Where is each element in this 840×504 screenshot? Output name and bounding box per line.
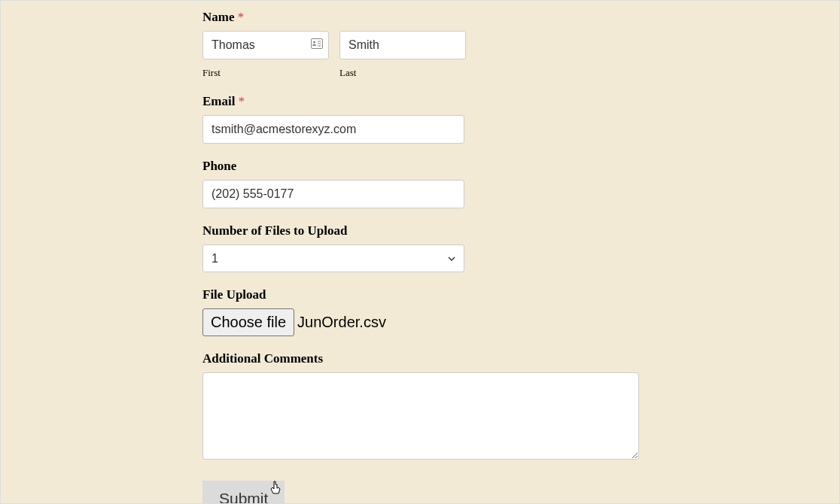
first-name-col: First bbox=[202, 31, 329, 79]
comments-field-group: Additional Comments bbox=[202, 351, 839, 463]
file-name-text: JunOrder.csv bbox=[297, 314, 386, 331]
name-label-text: Name bbox=[202, 10, 234, 24]
last-name-input[interactable] bbox=[339, 31, 466, 59]
name-row: First Last bbox=[202, 31, 839, 79]
comments-label: Additional Comments bbox=[202, 351, 839, 366]
last-name-sublabel: Last bbox=[339, 67, 466, 79]
name-label: Name * bbox=[202, 10, 839, 25]
email-input[interactable] bbox=[202, 115, 464, 144]
email-label: Email * bbox=[202, 94, 839, 109]
phone-label: Phone bbox=[202, 159, 839, 174]
num-files-field-group: Number of Files to Upload 1 bbox=[202, 223, 839, 272]
phone-input[interactable] bbox=[202, 180, 464, 208]
file-upload-label: File Upload bbox=[202, 287, 839, 302]
submit-button[interactable]: Submit bbox=[202, 481, 285, 504]
first-name-wrapper bbox=[202, 31, 329, 59]
name-field-group: Name * bbox=[202, 10, 839, 79]
form-container: Name * bbox=[1, 1, 839, 504]
comments-textarea[interactable] bbox=[202, 372, 639, 460]
email-field-group: Email * bbox=[202, 94, 839, 144]
required-asterisk: * bbox=[238, 10, 245, 24]
phone-field-group: Phone bbox=[202, 159, 839, 208]
file-upload-field-group: File Upload Choose file JunOrder.csv bbox=[202, 287, 839, 336]
first-name-sublabel: First bbox=[202, 67, 329, 79]
last-name-col: Last bbox=[339, 31, 466, 79]
choose-file-button[interactable]: Choose file bbox=[202, 308, 294, 336]
num-files-select[interactable]: 1 bbox=[202, 244, 464, 272]
email-label-text: Email bbox=[202, 94, 235, 108]
file-upload-row: Choose file JunOrder.csv bbox=[202, 308, 839, 336]
required-asterisk: * bbox=[239, 94, 245, 108]
num-files-label: Number of Files to Upload bbox=[202, 223, 839, 238]
first-name-input[interactable] bbox=[202, 31, 329, 59]
